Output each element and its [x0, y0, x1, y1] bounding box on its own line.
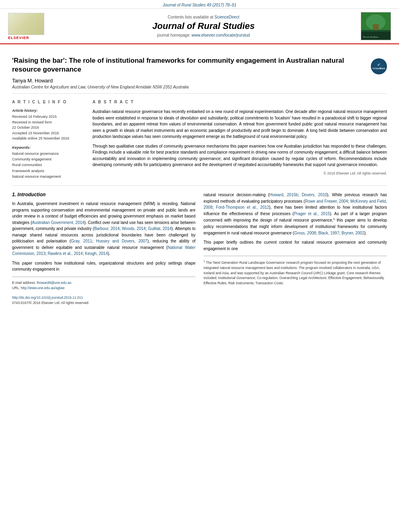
- intro-paragraph-1: In Australia, government investment in n…: [12, 201, 195, 257]
- article-meta-section: A R T I C L E I N F O Article history: R…: [12, 94, 387, 186]
- footnote-ref-1: 1: [333, 217, 335, 221]
- journal-cover: Rural Studies: [361, 12, 391, 40]
- svg-point-2: [16, 19, 24, 31]
- cite-dovers[interactable]: Dovers, 2010: [302, 193, 327, 197]
- right-paragraph-2: This paper briefly outlines the current …: [204, 239, 387, 252]
- received-date: Received 16 February 2015: [12, 114, 84, 120]
- cite-keogh[interactable]: Keogh, 2014: [85, 251, 108, 256]
- doi-link[interactable]: http://dx.doi.org/10.1016/j.jrurstud.201…: [12, 296, 83, 300]
- cite-rawlins[interactable]: Rawlins et al., 2014: [47, 251, 82, 256]
- svg-rect-7: [361, 30, 391, 40]
- copyright-notice: © 2016 Elsevier Ltd. All rights reserved…: [93, 171, 387, 175]
- issn-line: 0743-0167/© 2016 Elsevier Ltd. All right…: [12, 300, 195, 306]
- contents-available-text: Contents lists available at: [168, 15, 214, 19]
- article-info-column: A R T I C L E I N F O Article history: R…: [12, 100, 84, 179]
- journal-name: Journal of Rural Studies: [56, 21, 351, 31]
- crossmark-badge: ✓ CrossMark: [371, 58, 387, 74]
- cite-howard[interactable]: Howard, 2015b: [269, 193, 298, 197]
- doi-line: http://dx.doi.org/10.1016/j.jrurstud.201…: [12, 295, 195, 300]
- article-info-label: A R T I C L E I N F O: [12, 100, 84, 105]
- journal-header: Non Solus ELSEVIER Contents lists availa…: [0, 9, 399, 44]
- footnote-marker: 1: [204, 260, 205, 263]
- cite-rowe[interactable]: Rowe and Frewer, 2004: [305, 199, 348, 203]
- elsevier-wordmark: ELSEVIER: [8, 36, 29, 40]
- svg-rect-0: [12, 15, 40, 33]
- cite-prager[interactable]: Prager et al., 2015: [294, 212, 330, 216]
- url-link[interactable]: http://www.une.edu.au/aglaw: [21, 286, 65, 290]
- introduction-heading: 1. Introduction: [12, 192, 195, 197]
- cite-woods[interactable]: Woods, 2014: [122, 226, 146, 231]
- top-bar: Journal of Rural Studies 49 (2017) 78–91: [0, 0, 399, 9]
- abstract-and: and: [199, 116, 208, 120]
- footnote-1-text: 1 The 'Next Generation Rural Landscape G…: [204, 259, 387, 286]
- subsidiarity-term: subsidiarity: [208, 116, 228, 120]
- cite-ford[interactable]: Ford-Thompson et al., 2012: [216, 205, 269, 210]
- right-footnote-section: 1 The 'Next Generation Rural Landscape G…: [204, 256, 387, 286]
- abstract-paragraph-1: Australian natural resource governance h…: [93, 109, 387, 140]
- intro-paragraph-2: This paper considers how institutional r…: [12, 260, 195, 273]
- footnote-divider: E-mail address: thoward9@une.edu.au URL:…: [12, 277, 195, 306]
- article-content: 'Raising the bar': The role of instituti…: [0, 44, 399, 318]
- accepted-date: Accepted 15 November 2016: [12, 131, 84, 136]
- author-name: Tanya M. Howard: [12, 78, 387, 84]
- cite-gray[interactable]: Gray, 2011: [71, 239, 92, 243]
- crossmark-label: CrossMark: [372, 67, 385, 70]
- revised-date: 22 October 2016: [12, 125, 84, 131]
- homepage-label: journal homepage:: [157, 33, 192, 37]
- keyword-1: Natural resource governance: [12, 151, 84, 156]
- cover-image-area: Rural Studies: [351, 12, 391, 40]
- cite-black[interactable]: Black, 1997: [318, 231, 339, 235]
- svg-text:Rural Studies: Rural Studies: [363, 36, 378, 38]
- article-title-text: 'Raising the bar': The role of instituti…: [12, 56, 367, 74]
- keywords-label: Keywords:: [12, 146, 84, 150]
- body-left-column: 1. Introduction In Australia, government…: [12, 192, 195, 306]
- cite-hussey[interactable]: Hussey and Dovers, 2007: [96, 239, 147, 243]
- body-section: 1. Introduction In Australia, government…: [12, 186, 387, 312]
- abstract-column: A B S T R A C T Australian natural resou…: [93, 100, 387, 179]
- article-title-row: 'Raising the bar': The role of instituti…: [12, 56, 387, 74]
- abstract-label: A B S T R A C T: [93, 100, 387, 105]
- svg-point-3: [28, 19, 36, 31]
- cite-bryner[interactable]: Bryner, 2002: [341, 231, 364, 235]
- cite-guilliat[interactable]: Guilliat, 2014: [148, 226, 172, 231]
- article-history-label: Article history:: [12, 109, 84, 113]
- body-right-column: natural resource decision-making (Howard…: [204, 192, 387, 306]
- svg-rect-9: [373, 24, 379, 30]
- svg-text:Non Solus: Non Solus: [15, 30, 27, 32]
- right-paragraph-1: natural resource decision-making (Howard…: [204, 192, 387, 236]
- received-revised-label: Received in revised form: [12, 120, 84, 125]
- cite-australian-gov[interactable]: Australian Government, 2014: [32, 220, 84, 225]
- available-date: Available online 25 November 2016: [12, 136, 84, 142]
- homepage-url[interactable]: www.elsevier.com/locate/jrurstud: [191, 33, 250, 37]
- science-direct-line: Contents lists available at ScienceDirec…: [56, 15, 351, 19]
- url-line: URL: http://www.une.edu.au/aglaw: [12, 286, 195, 291]
- journal-reference: Journal of Rural Studies 49 (2017) 78–91: [163, 3, 237, 7]
- email-label: E-mail address:: [12, 281, 37, 285]
- elsevier-tree-image: Non Solus: [8, 13, 44, 35]
- email-line: E-mail address: thoward9@une.edu.au: [12, 280, 195, 286]
- svg-point-1: [20, 16, 32, 30]
- cite-gross[interactable]: Gross, 2008: [294, 231, 316, 235]
- devolution-term: devolution: [180, 116, 199, 120]
- elsevier-logo: Non Solus ELSEVIER: [8, 13, 56, 40]
- keyword-3: Rural communities: [12, 162, 84, 168]
- keyword-4: Framework analysis: [12, 168, 84, 174]
- email-link[interactable]: thoward9@une.edu.au: [37, 281, 71, 285]
- science-direct-link[interactable]: ScienceDirect: [214, 15, 239, 19]
- article-title-section: 'Raising the bar': The role of instituti…: [12, 50, 387, 94]
- keyword-5: Natural resource management: [12, 174, 84, 179]
- abstract-paragraph-2: Through two qualitative case studies of …: [93, 143, 387, 168]
- author-affiliation: Australian Centre for Agriculture and La…: [12, 85, 387, 89]
- keyword-2: Community engagement: [12, 156, 84, 162]
- url-label: URL:: [12, 286, 21, 290]
- svg-rect-4: [25, 29, 27, 32]
- elsevier-logo-area: Non Solus ELSEVIER: [8, 13, 56, 40]
- footnote-content: The 'Next Generation Rural Landscape Gov…: [204, 261, 384, 285]
- cite-barbour[interactable]: Barbour, 2014: [94, 226, 119, 231]
- journal-homepage: journal homepage: www.elsevier.com/locat…: [56, 33, 351, 37]
- journal-title-area: Contents lists available at ScienceDirec…: [56, 15, 351, 37]
